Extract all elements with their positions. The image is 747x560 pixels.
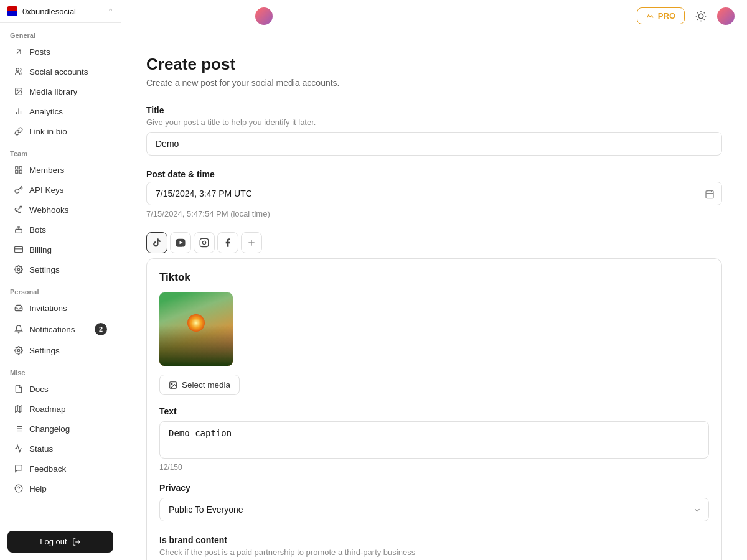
bot-icon [14, 225, 24, 235]
platform-tabs [146, 232, 722, 253]
credit-card-icon [14, 245, 24, 254]
svg-rect-44 [200, 238, 208, 246]
arrow-up-right-icon [14, 47, 24, 57]
tab-instagram[interactable] [194, 232, 215, 253]
media-preview [159, 292, 233, 366]
sidebar-item-settings-team[interactable]: Settings [4, 260, 117, 279]
webhook-icon [14, 205, 24, 215]
theme-toggle-button[interactable] [691, 6, 711, 26]
sidebar-item-label: Help [29, 484, 107, 493]
svg-rect-8 [19, 170, 22, 173]
workspace-selector[interactable]: 0xbundlesocial ⌃ [0, 0, 121, 23]
sidebar-item-analytics[interactable]: Analytics [4, 102, 117, 121]
sidebar-item-label: Analytics [29, 107, 107, 116]
section-personal: Personal [0, 279, 121, 298]
workspace-flag [7, 6, 17, 16]
privacy-select[interactable]: Public To Everyone Friends Only Private [159, 498, 709, 521]
sidebar-footer: Log out [0, 523, 121, 560]
sidebar-item-members[interactable]: Members [4, 161, 117, 179]
svg-rect-40 [706, 190, 713, 198]
section-team: Team [0, 141, 121, 160]
sidebar-item-label: Settings [29, 346, 107, 355]
sidebar-item-label: Notifications [29, 325, 89, 334]
tab-youtube[interactable] [170, 232, 191, 253]
bell-icon [14, 324, 24, 334]
pro-button[interactable]: PRO [637, 7, 685, 24]
title-input[interactable] [146, 132, 722, 156]
inbox-icon [14, 303, 24, 313]
sidebar-item-docs[interactable]: Docs [4, 380, 117, 398]
text-label: Text [159, 406, 709, 416]
sidebar-item-api-keys[interactable]: API Keys [4, 180, 117, 199]
sidebar-item-label: Members [29, 166, 107, 175]
sidebar-item-media-library[interactable]: Media library [4, 82, 117, 101]
link-icon [14, 126, 24, 136]
sidebar-item-label: Posts [29, 47, 107, 57]
svg-point-10 [20, 206, 22, 208]
sidebar-item-label: API Keys [29, 185, 107, 195]
sidebar-item-posts[interactable]: Posts [4, 42, 117, 61]
brand-content-label: Is brand content [159, 535, 709, 545]
workspace-chevron: ⌃ [108, 7, 113, 16]
svg-point-49 [171, 383, 172, 385]
sidebar-item-changelog[interactable]: Changelog [4, 419, 117, 438]
calendar-icon[interactable] [705, 188, 715, 199]
tab-facebook[interactable] [217, 232, 238, 253]
char-count: 12/150 [159, 463, 709, 472]
sidebar-item-settings-personal[interactable]: Settings [4, 341, 117, 360]
svg-point-18 [17, 349, 20, 352]
sidebar-item-label: Bots [29, 225, 107, 235]
datetime-input[interactable] [146, 182, 722, 205]
sidebar-item-invitations[interactable]: Invitations [4, 299, 117, 317]
text-input[interactable]: Demo caption [159, 421, 709, 459]
sidebar-item-social-accounts[interactable]: Social accounts [4, 62, 117, 81]
sidebar-item-bots[interactable]: Bots [4, 220, 117, 239]
topbar: PRO [243, 0, 747, 32]
main-content: Create post Create a new post for your s… [121, 32, 747, 560]
sidebar-item-label: Webhooks [29, 205, 107, 215]
sidebar-item-feedback[interactable]: Feedback [4, 459, 117, 478]
brand-content-section: Is brand content Check if the post is a … [159, 535, 709, 560]
tab-add-platform[interactable] [241, 232, 262, 253]
logout-button[interactable]: Log out [7, 531, 113, 553]
sidebar-item-label: Link in bio [29, 127, 107, 136]
page-subtitle: Create a new post for your social media … [146, 78, 722, 88]
sidebar-item-label: Status [29, 444, 107, 454]
privacy-label: Privacy [159, 483, 709, 493]
select-media-label: Select media [182, 380, 230, 390]
local-time: 7/15/2024, 5:47:54 PM (local time) [146, 209, 722, 218]
sidebar-item-notifications[interactable]: Notifications 2 [4, 319, 117, 340]
sidebar-item-status[interactable]: Status [4, 439, 117, 458]
svg-rect-7 [19, 167, 22, 169]
map-icon [14, 404, 24, 414]
sidebar-item-label: Settings [29, 265, 107, 274]
svg-point-17 [17, 268, 20, 271]
title-label: Title [146, 105, 722, 115]
datetime-section: Post date & time 7/15/2024, 5:47:54 PM (… [146, 169, 722, 218]
title-hint: Give your post a title to help you ident… [146, 118, 722, 127]
workspace-name: 0xbundlesocial [22, 7, 103, 16]
sidebar-item-label: Roadmap [29, 404, 107, 414]
select-media-button[interactable]: Select media [159, 375, 240, 395]
privacy-select-wrapper: Public To Everyone Friends Only Private [159, 498, 709, 521]
sidebar-item-roadmap[interactable]: Roadmap [4, 399, 117, 418]
datetime-wrapper [146, 182, 722, 205]
users-icon [14, 67, 24, 77]
sidebar-item-help[interactable]: Help [4, 479, 117, 498]
sidebar-item-label: Changelog [29, 424, 107, 434]
sidebar-item-webhooks[interactable]: Webhooks [4, 200, 117, 219]
svg-point-0 [16, 68, 19, 72]
pro-label: PRO [658, 11, 675, 21]
sidebar-item-billing[interactable]: Billing [4, 240, 117, 259]
svg-line-35 [704, 19, 705, 19]
topbar-right: PRO [637, 6, 735, 26]
sidebar-item-label: Social accounts [29, 67, 107, 77]
tab-tiktok[interactable] [146, 232, 167, 253]
notification-badge: 2 [95, 323, 107, 335]
sidebar: 0xbundlesocial ⌃ General Posts Social ac… [0, 0, 121, 560]
sidebar-item-link-in-bio[interactable]: Link in bio [4, 122, 117, 141]
sidebar-item-label: Invitations [29, 304, 107, 313]
brand-content-hint: Check if the post is a paid partnership … [159, 548, 709, 557]
user-avatar[interactable] [717, 7, 735, 25]
gear-icon [14, 264, 24, 274]
